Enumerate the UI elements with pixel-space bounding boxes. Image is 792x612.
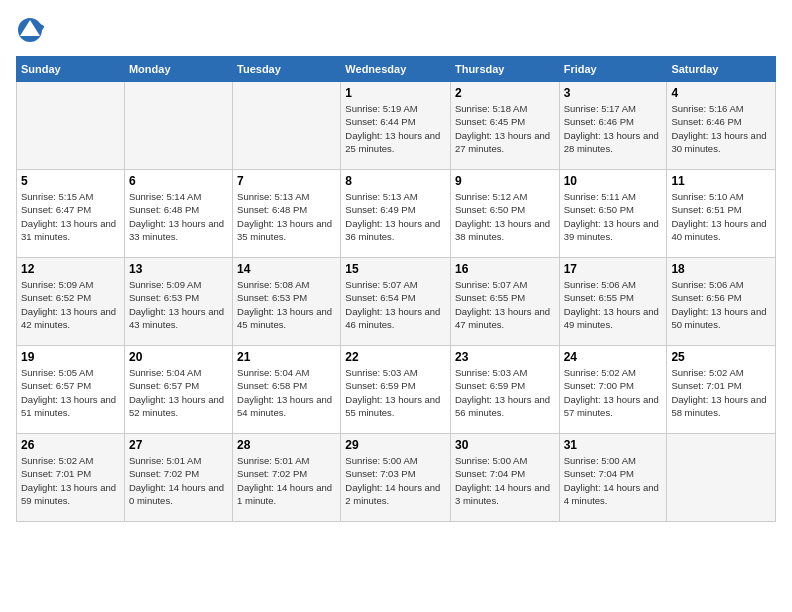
weekday-header: Monday <box>124 57 232 82</box>
day-number: 6 <box>129 174 228 188</box>
calendar-cell: 11 Sunrise: 5:10 AMSunset: 6:51 PMDaylig… <box>667 170 776 258</box>
day-info: Sunrise: 5:11 AMSunset: 6:50 PMDaylight:… <box>564 190 663 243</box>
day-info: Sunrise: 5:05 AMSunset: 6:57 PMDaylight:… <box>21 366 120 419</box>
calendar-cell: 17 Sunrise: 5:06 AMSunset: 6:55 PMDaylig… <box>559 258 667 346</box>
day-number: 14 <box>237 262 336 276</box>
day-info: Sunrise: 5:02 AMSunset: 7:00 PMDaylight:… <box>564 366 663 419</box>
logo <box>16 16 46 44</box>
calendar-cell: 25 Sunrise: 5:02 AMSunset: 7:01 PMDaylig… <box>667 346 776 434</box>
calendar-cell: 31 Sunrise: 5:00 AMSunset: 7:04 PMDaylig… <box>559 434 667 522</box>
calendar-cell: 18 Sunrise: 5:06 AMSunset: 6:56 PMDaylig… <box>667 258 776 346</box>
calendar-cell: 4 Sunrise: 5:16 AMSunset: 6:46 PMDayligh… <box>667 82 776 170</box>
day-info: Sunrise: 5:13 AMSunset: 6:48 PMDaylight:… <box>237 190 336 243</box>
day-number: 30 <box>455 438 555 452</box>
calendar-cell: 13 Sunrise: 5:09 AMSunset: 6:53 PMDaylig… <box>124 258 232 346</box>
calendar-cell <box>17 82 125 170</box>
calendar-cell: 28 Sunrise: 5:01 AMSunset: 7:02 PMDaylig… <box>233 434 341 522</box>
day-info: Sunrise: 5:10 AMSunset: 6:51 PMDaylight:… <box>671 190 771 243</box>
day-info: Sunrise: 5:00 AMSunset: 7:04 PMDaylight:… <box>455 454 555 507</box>
day-number: 19 <box>21 350 120 364</box>
day-info: Sunrise: 5:06 AMSunset: 6:56 PMDaylight:… <box>671 278 771 331</box>
day-info: Sunrise: 5:15 AMSunset: 6:47 PMDaylight:… <box>21 190 120 243</box>
calendar-cell: 26 Sunrise: 5:02 AMSunset: 7:01 PMDaylig… <box>17 434 125 522</box>
day-info: Sunrise: 5:12 AMSunset: 6:50 PMDaylight:… <box>455 190 555 243</box>
calendar-cell: 16 Sunrise: 5:07 AMSunset: 6:55 PMDaylig… <box>450 258 559 346</box>
day-info: Sunrise: 5:18 AMSunset: 6:45 PMDaylight:… <box>455 102 555 155</box>
calendar-week-row: 5 Sunrise: 5:15 AMSunset: 6:47 PMDayligh… <box>17 170 776 258</box>
day-number: 2 <box>455 86 555 100</box>
day-number: 27 <box>129 438 228 452</box>
day-info: Sunrise: 5:19 AMSunset: 6:44 PMDaylight:… <box>345 102 446 155</box>
calendar-cell <box>667 434 776 522</box>
calendar-cell: 21 Sunrise: 5:04 AMSunset: 6:58 PMDaylig… <box>233 346 341 434</box>
logo-icon <box>16 16 44 44</box>
weekday-header: Friday <box>559 57 667 82</box>
day-number: 4 <box>671 86 771 100</box>
calendar-week-row: 26 Sunrise: 5:02 AMSunset: 7:01 PMDaylig… <box>17 434 776 522</box>
page-header <box>16 16 776 44</box>
calendar-cell: 6 Sunrise: 5:14 AMSunset: 6:48 PMDayligh… <box>124 170 232 258</box>
weekday-header: Wednesday <box>341 57 451 82</box>
day-number: 9 <box>455 174 555 188</box>
calendar-cell: 24 Sunrise: 5:02 AMSunset: 7:00 PMDaylig… <box>559 346 667 434</box>
day-number: 12 <box>21 262 120 276</box>
day-number: 10 <box>564 174 663 188</box>
day-number: 29 <box>345 438 446 452</box>
calendar-cell: 14 Sunrise: 5:08 AMSunset: 6:53 PMDaylig… <box>233 258 341 346</box>
day-info: Sunrise: 5:07 AMSunset: 6:54 PMDaylight:… <box>345 278 446 331</box>
calendar-cell: 1 Sunrise: 5:19 AMSunset: 6:44 PMDayligh… <box>341 82 451 170</box>
calendar-cell: 7 Sunrise: 5:13 AMSunset: 6:48 PMDayligh… <box>233 170 341 258</box>
day-number: 26 <box>21 438 120 452</box>
day-info: Sunrise: 5:04 AMSunset: 6:58 PMDaylight:… <box>237 366 336 419</box>
day-info: Sunrise: 5:09 AMSunset: 6:53 PMDaylight:… <box>129 278 228 331</box>
calendar-cell <box>124 82 232 170</box>
day-number: 13 <box>129 262 228 276</box>
day-number: 25 <box>671 350 771 364</box>
calendar-cell: 15 Sunrise: 5:07 AMSunset: 6:54 PMDaylig… <box>341 258 451 346</box>
day-info: Sunrise: 5:16 AMSunset: 6:46 PMDaylight:… <box>671 102 771 155</box>
day-number: 5 <box>21 174 120 188</box>
day-number: 24 <box>564 350 663 364</box>
header-row: SundayMondayTuesdayWednesdayThursdayFrid… <box>17 57 776 82</box>
day-info: Sunrise: 5:09 AMSunset: 6:52 PMDaylight:… <box>21 278 120 331</box>
day-number: 3 <box>564 86 663 100</box>
day-info: Sunrise: 5:00 AMSunset: 7:04 PMDaylight:… <box>564 454 663 507</box>
calendar-table: SundayMondayTuesdayWednesdayThursdayFrid… <box>16 56 776 522</box>
day-info: Sunrise: 5:14 AMSunset: 6:48 PMDaylight:… <box>129 190 228 243</box>
calendar-cell: 30 Sunrise: 5:00 AMSunset: 7:04 PMDaylig… <box>450 434 559 522</box>
calendar-cell: 22 Sunrise: 5:03 AMSunset: 6:59 PMDaylig… <box>341 346 451 434</box>
day-number: 31 <box>564 438 663 452</box>
weekday-header: Tuesday <box>233 57 341 82</box>
weekday-header: Saturday <box>667 57 776 82</box>
day-info: Sunrise: 5:02 AMSunset: 7:01 PMDaylight:… <box>671 366 771 419</box>
calendar-cell: 19 Sunrise: 5:05 AMSunset: 6:57 PMDaylig… <box>17 346 125 434</box>
day-number: 16 <box>455 262 555 276</box>
day-number: 17 <box>564 262 663 276</box>
day-number: 22 <box>345 350 446 364</box>
day-number: 21 <box>237 350 336 364</box>
day-info: Sunrise: 5:01 AMSunset: 7:02 PMDaylight:… <box>129 454 228 507</box>
calendar-cell: 9 Sunrise: 5:12 AMSunset: 6:50 PMDayligh… <box>450 170 559 258</box>
day-number: 15 <box>345 262 446 276</box>
day-info: Sunrise: 5:08 AMSunset: 6:53 PMDaylight:… <box>237 278 336 331</box>
calendar-week-row: 1 Sunrise: 5:19 AMSunset: 6:44 PMDayligh… <box>17 82 776 170</box>
calendar-cell: 27 Sunrise: 5:01 AMSunset: 7:02 PMDaylig… <box>124 434 232 522</box>
calendar-cell: 10 Sunrise: 5:11 AMSunset: 6:50 PMDaylig… <box>559 170 667 258</box>
day-info: Sunrise: 5:03 AMSunset: 6:59 PMDaylight:… <box>345 366 446 419</box>
day-number: 23 <box>455 350 555 364</box>
calendar-week-row: 19 Sunrise: 5:05 AMSunset: 6:57 PMDaylig… <box>17 346 776 434</box>
calendar-cell <box>233 82 341 170</box>
day-info: Sunrise: 5:17 AMSunset: 6:46 PMDaylight:… <box>564 102 663 155</box>
calendar-cell: 2 Sunrise: 5:18 AMSunset: 6:45 PMDayligh… <box>450 82 559 170</box>
weekday-header: Sunday <box>17 57 125 82</box>
day-info: Sunrise: 5:06 AMSunset: 6:55 PMDaylight:… <box>564 278 663 331</box>
day-info: Sunrise: 5:07 AMSunset: 6:55 PMDaylight:… <box>455 278 555 331</box>
day-info: Sunrise: 5:03 AMSunset: 6:59 PMDaylight:… <box>455 366 555 419</box>
calendar-week-row: 12 Sunrise: 5:09 AMSunset: 6:52 PMDaylig… <box>17 258 776 346</box>
calendar-cell: 12 Sunrise: 5:09 AMSunset: 6:52 PMDaylig… <box>17 258 125 346</box>
calendar-cell: 8 Sunrise: 5:13 AMSunset: 6:49 PMDayligh… <box>341 170 451 258</box>
calendar-cell: 29 Sunrise: 5:00 AMSunset: 7:03 PMDaylig… <box>341 434 451 522</box>
day-number: 20 <box>129 350 228 364</box>
calendar-cell: 20 Sunrise: 5:04 AMSunset: 6:57 PMDaylig… <box>124 346 232 434</box>
day-info: Sunrise: 5:04 AMSunset: 6:57 PMDaylight:… <box>129 366 228 419</box>
